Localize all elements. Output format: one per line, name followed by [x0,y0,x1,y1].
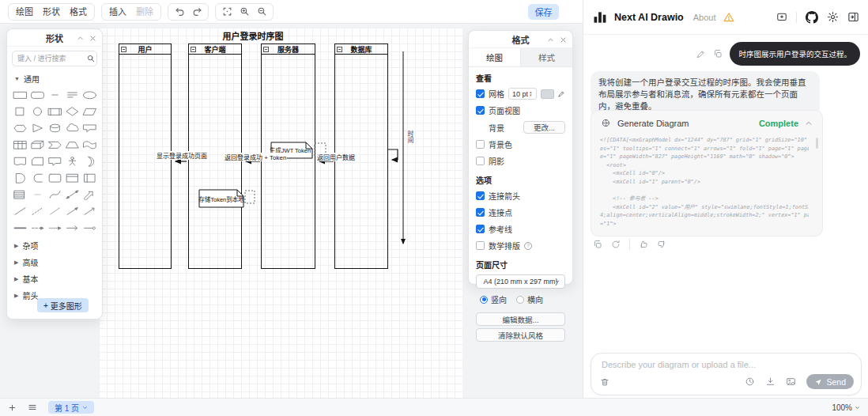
github-icon[interactable] [806,11,818,24]
generated-xml-code[interactable]: <![CDATA[<mxGraphModel dx="1244" dy="787… [600,136,809,233]
copy-response-icon[interactable] [593,240,602,249]
shape-or[interactable] [81,153,98,168]
pencil-icon[interactable] [558,90,565,97]
guides-checkbox[interactable] [476,225,485,233]
shape-document[interactable] [11,153,28,168]
undo-button[interactable] [171,4,188,20]
close-panel-icon[interactable] [89,35,96,42]
shape-directional-arrow[interactable] [63,203,81,218]
close-panel-icon[interactable] [560,36,567,43]
chat-input[interactable] [602,360,839,369]
section-general[interactable]: ▼通用 [7,70,102,87]
collapse-panel-icon[interactable] [77,35,84,42]
fit-page-button[interactable] [218,4,236,20]
change-background-button[interactable]: 更改... [523,121,565,134]
shape-text[interactable] [46,87,63,102]
shape-search-input[interactable] [17,55,84,62]
gear-icon[interactable] [827,11,839,23]
collapse-icon[interactable] [337,47,342,52]
grid-checkbox[interactable] [476,89,485,98]
grid-color-swatch[interactable] [541,89,554,99]
collapse-sidebar-icon[interactable] [847,11,859,23]
tab-style[interactable]: 样式 [521,48,572,66]
shape-table[interactable] [11,137,28,152]
grid-size-input[interactable]: ▲▼ [508,88,537,100]
tool-card-header[interactable]: Generate Diagram Complete [591,111,822,131]
section-misc[interactable]: ▶杂项 [7,237,102,254]
section-advanced[interactable]: ▶高级 [7,254,102,270]
shape-list[interactable] [63,87,81,102]
regenerate-icon[interactable] [611,240,621,249]
copy-message-icon[interactable] [713,49,723,59]
page-view-checkbox[interactable] [476,106,485,115]
shape-dash[interactable] [28,187,46,202]
trash-icon[interactable] [600,377,609,387]
shape-container[interactable] [46,170,63,185]
shape-step[interactable] [46,137,63,152]
shape-parallelogram[interactable] [81,104,98,119]
save-button[interactable]: 保存 [528,4,559,20]
time-axis-label[interactable]: 时间 [406,130,414,144]
landscape-radio[interactable] [516,296,524,304]
shape-square[interactable] [11,104,28,119]
edit-data-button[interactable]: 编辑数据... [476,312,565,326]
add-page-button[interactable] [8,403,17,412]
message-label-3[interactable]: 返回用户数据 [316,153,356,161]
shape-dashed-line[interactable] [28,203,46,218]
shape-callout[interactable] [81,120,98,135]
more-shapes-button[interactable]: +更多图形 [37,298,89,312]
collapse-icon[interactable] [121,47,126,52]
edit-message-icon[interactable] [696,49,706,59]
about-link[interactable]: About [693,13,716,22]
zoom-in-button[interactable] [236,4,253,20]
shape-process[interactable] [46,104,63,119]
download-icon[interactable] [765,376,776,387]
math-checkbox[interactable] [476,241,485,250]
zoom-indicator[interactable]: 100% [832,403,860,412]
diagram-title[interactable]: 用户登录时序图 [198,29,308,42]
shape-ellipse[interactable] [81,87,98,102]
menu-format[interactable]: 格式 [65,4,92,20]
shape-tape[interactable] [81,137,98,152]
shape-trapezoid[interactable] [63,137,81,152]
paper-size-select[interactable]: A4 (210 mm x 297 mm) [476,274,565,289]
shadow-checkbox[interactable] [476,157,485,165]
shape-rectangle[interactable] [11,87,28,102]
shape-internal-storage[interactable] [63,170,81,185]
shape-dashed-arrow[interactable] [28,220,46,235]
message-label-2[interactable]: 返回登录成功 + Token [224,153,287,161]
menu-draw[interactable]: 绘图 [11,4,38,20]
section-basic[interactable]: ▶基本 [7,270,102,287]
message-label-1[interactable]: 显示登录成功页面 [156,151,208,160]
shape-triangle[interactable] [28,120,46,135]
shape-and[interactable] [11,170,28,185]
warning-icon[interactable] [723,12,734,23]
shape-diamond[interactable] [63,104,81,119]
shape-frame[interactable] [81,170,98,185]
insert-button[interactable]: 插入 [104,4,131,20]
collapse-icon[interactable] [191,47,196,52]
shape-form[interactable] [11,187,28,202]
clear-default-style-button[interactable]: 清除默认风格 [476,328,565,342]
collapse-panel-icon[interactable] [547,36,554,43]
stepper-icon[interactable]: ▲▼ [528,91,532,97]
thumbs-down-icon[interactable] [657,240,666,249]
help-icon[interactable]: ? [524,242,532,250]
code-scrollbar[interactable] [816,138,818,149]
shape-cylinder[interactable] [46,120,63,135]
tab-draw[interactable]: 绘图 [469,48,521,66]
menu-shape[interactable]: 形状 [38,4,65,20]
shape-circle[interactable] [28,104,46,119]
shape-dashed-arrow-2[interactable] [46,220,63,235]
shape-diagonal-line[interactable] [46,203,63,218]
zoom-out-button[interactable] [253,4,270,20]
shape-curve[interactable] [46,187,63,202]
image-icon[interactable] [786,376,796,387]
shape-open-arrow[interactable] [63,220,81,235]
shape-delay[interactable] [28,170,46,185]
shape-diamond-link[interactable] [81,220,98,235]
chevron-up-icon[interactable] [805,119,813,127]
shape-bold-link[interactable] [11,220,28,235]
shape-thin-arrow[interactable] [81,203,98,218]
connection-arrows-checkbox[interactable] [476,191,485,200]
